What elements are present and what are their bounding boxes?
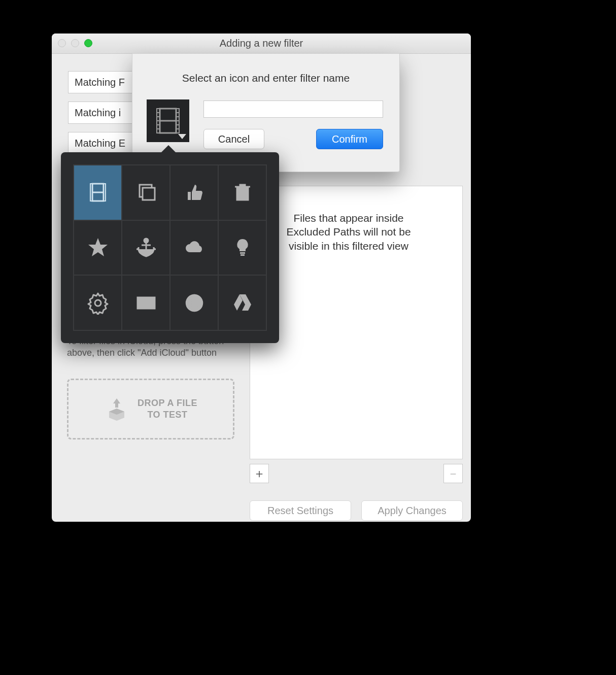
matching-button-1[interactable]: Matching F (68, 71, 137, 93)
sheet-prompt: Select an icon and enter filter name (132, 72, 399, 84)
svg-rect-18 (104, 184, 106, 201)
icon-option-drive[interactable] (218, 275, 266, 330)
close-window-icon[interactable] (58, 39, 66, 47)
svg-rect-30 (240, 252, 245, 254)
svg-point-32 (95, 300, 101, 306)
icon-option-film[interactable] (74, 165, 122, 220)
icon-picker-button[interactable] (147, 99, 189, 142)
icon-option-trash[interactable] (218, 165, 266, 220)
icon-option-anchor[interactable] (122, 220, 170, 276)
dropzone-label-line2: TO TEST (138, 409, 197, 421)
dropzone-label-line1: DROP A FILE (138, 397, 197, 409)
filter-name-input[interactable] (203, 100, 383, 118)
svg-marker-40 (242, 305, 251, 311)
svg-rect-17 (90, 184, 92, 201)
apply-changes-button[interactable]: Apply Changes (361, 500, 463, 521)
icon-option-gear[interactable] (74, 275, 122, 330)
minimize-window-icon[interactable] (71, 39, 79, 47)
icon-option-thumbs-up[interactable] (170, 165, 218, 220)
dialog-window: Adding a new filter Matching F Matching … (52, 33, 471, 522)
window-controls (58, 39, 92, 47)
dropzone-icon (104, 396, 129, 422)
cancel-button[interactable]: Cancel (203, 129, 264, 149)
window-title: Adding a new filter (220, 38, 303, 49)
test-file-dropzone[interactable]: DROP A FILE TO TEST (67, 379, 234, 440)
icon-option-cloud[interactable] (170, 220, 218, 276)
confirm-button[interactable]: Confirm (316, 129, 383, 149)
zoom-window-icon[interactable] (84, 39, 92, 47)
reset-settings-button[interactable]: Reset Settings (250, 500, 351, 521)
matching-button-2[interactable]: Matching i (68, 102, 137, 124)
titlebar: Adding a new filter (52, 33, 471, 54)
svg-rect-31 (241, 254, 245, 256)
svg-point-27 (144, 239, 148, 243)
icon-option-bulb[interactable] (218, 220, 266, 276)
chevron-down-icon (178, 134, 186, 139)
svg-marker-0 (113, 398, 120, 408)
icon-picker-popover (61, 152, 279, 343)
matching-button-3[interactable]: Matching E (68, 132, 137, 154)
icon-option-globe[interactable] (170, 275, 218, 330)
excluded-paths-info: Files that appear inside Excluded Paths … (278, 211, 420, 253)
icon-option-stack[interactable] (122, 165, 170, 220)
window-content: Matching F Matching i Matching E Files t… (52, 54, 471, 522)
dropzone-label: DROP A FILE TO TEST (138, 397, 197, 421)
icon-option-star[interactable] (74, 220, 122, 276)
icon-grid (73, 164, 267, 331)
icon-option-mail[interactable] (122, 275, 170, 330)
remove-path-button[interactable]: － (443, 464, 463, 483)
svg-rect-21 (143, 188, 155, 200)
svg-marker-26 (88, 238, 108, 256)
add-path-button[interactable]: ＋ (250, 464, 269, 483)
